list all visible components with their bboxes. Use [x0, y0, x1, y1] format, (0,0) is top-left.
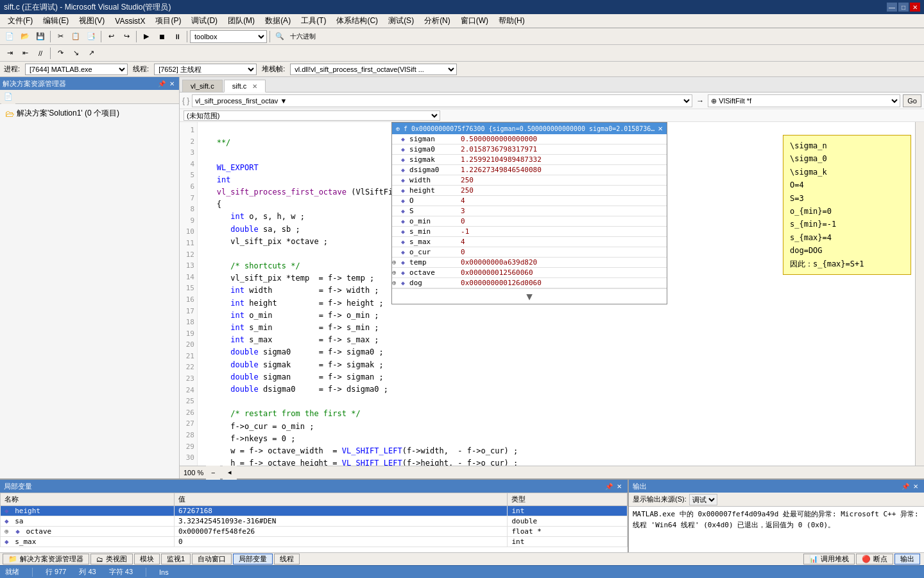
tip-line-3: \sigma_k [790, 166, 904, 179]
editor-scrollbar-v[interactable] [915, 122, 924, 466]
thread-combo[interactable]: [7652] 主线程 [154, 64, 257, 75]
go-button[interactable]: Go [903, 94, 921, 107]
stack-combo[interactable]: vl.dll!vl_sift_process_first_octave(VlSi… [290, 64, 457, 75]
hex-button[interactable]: 十六进制 [288, 30, 318, 44]
output-source-combo[interactable]: 调试 [689, 494, 717, 505]
open-button[interactable]: 📂 [18, 30, 32, 44]
zoom-bar: 100 % − ◂ [180, 466, 924, 478]
locals-octave-name: ⊕ ◆ octave [1, 527, 175, 537]
expand-dog[interactable]: ⊕ [392, 279, 401, 287]
copy-button[interactable]: 📋 [69, 30, 83, 44]
range-combo[interactable]: (未知范围) [184, 110, 440, 121]
val-width: 250 [458, 175, 667, 185]
tab-vl-sift[interactable]: vl_sift.c [182, 80, 223, 92]
process-combo[interactable]: [7644] MATLAB.exe [25, 64, 128, 75]
btab-locals[interactable]: 局部变量 [233, 554, 273, 565]
close-button[interactable]: ✕ [910, 3, 920, 12]
menu-project[interactable]: 项目(P) [150, 14, 186, 28]
se-new-button[interactable]: 📄 [1, 90, 15, 104]
debug-row-height: ◆ height 250 [392, 186, 667, 196]
locals-close[interactable]: ✕ [615, 482, 624, 491]
zoom-decrease[interactable]: − [206, 466, 220, 480]
locals-row-smax[interactable]: ◆ s_max 0 int [1, 537, 628, 547]
cut-button[interactable]: ✂ [53, 30, 67, 44]
menu-vassistx[interactable]: VAssistX [110, 15, 150, 27]
debug-popup-close[interactable]: ✕ [657, 124, 663, 133]
output-close[interactable]: ✕ [911, 482, 920, 491]
locals-row-sa[interactable]: ◆ sa 3.323425451093e-316#DEN double [1, 516, 628, 527]
debug-stop[interactable]: ⏹ [155, 30, 169, 44]
menu-view[interactable]: 视图(V) [74, 14, 110, 28]
debug-icon-octave: ◆ [401, 269, 405, 276]
se-icon: 📁 [8, 555, 17, 563]
new-button[interactable]: 📄 [3, 30, 17, 44]
scope-combo1[interactable]: vl_sift_process_first_octav ▼ [192, 94, 692, 107]
btab-output[interactable]: 输出 [894, 554, 920, 565]
menu-data[interactable]: 数据(A) [260, 14, 296, 28]
expand-btn-octave[interactable]: ⊕ [4, 527, 9, 536]
se-pin-button[interactable]: 📌 [157, 79, 166, 88]
status-mode: Ins [159, 568, 169, 576]
menu-analyze[interactable]: 分析(N) [419, 14, 456, 28]
scope-combo2[interactable]: ⊕ VlSiftFilt *f [708, 94, 900, 107]
minimize-button[interactable]: — [887, 3, 897, 12]
var-sigmak: sigmak [407, 155, 458, 164]
menu-edit[interactable]: 编辑(E) [38, 14, 74, 28]
menu-tools[interactable]: 工具(T) [296, 14, 331, 28]
var-O: O [407, 196, 458, 206]
expand-octave[interactable]: ⊕ [392, 268, 401, 277]
output-text: MATLAB.exe 中的 0x000007fef4d09a49d 处最可能的异… [629, 507, 924, 552]
var-smax: s_max [407, 237, 458, 247]
step-over[interactable]: ↷ [53, 46, 67, 60]
btab-watch1[interactable]: 监视1 [161, 554, 191, 565]
menu-file[interactable]: 文件(F) [3, 14, 38, 28]
save-button[interactable]: 💾 [33, 30, 47, 44]
menu-arch[interactable]: 体系结构(C) [331, 14, 383, 28]
btab-breakpoints[interactable]: 🔴 断点 [856, 554, 893, 565]
menu-team[interactable]: 团队(M) [223, 14, 260, 28]
se-solution-item[interactable]: 🗁 解决方案'Solution1' (0 个项目) [3, 107, 176, 120]
menu-test[interactable]: 测试(S) [383, 14, 419, 28]
tab-sift-c[interactable]: sift.c ✕ [224, 80, 266, 92]
debug-start[interactable]: ▶ [139, 30, 153, 44]
btab-class-view[interactable]: 🗂 类视图 [90, 554, 133, 565]
redo-button[interactable]: ↪ [119, 30, 133, 44]
find-button[interactable]: 🔍 [273, 30, 287, 44]
arrow-icon: → [696, 96, 704, 105]
output-pin[interactable]: 📌 [901, 482, 910, 491]
tab-close-icon[interactable]: ✕ [252, 83, 257, 90]
comment-button[interactable]: // [33, 46, 47, 60]
menu-help[interactable]: 帮助(H) [493, 14, 530, 28]
zoom-marker[interactable]: ◂ [223, 466, 237, 480]
btab-threads[interactable]: 线程 [274, 554, 300, 565]
debug-pause[interactable]: ⏸ [170, 30, 184, 44]
locals-pin[interactable]: 📌 [604, 482, 613, 491]
step-into[interactable]: ↘ [69, 46, 83, 60]
indent-button[interactable]: ⇥ [3, 46, 17, 60]
se-close-button[interactable]: ✕ [167, 79, 176, 88]
menu-debug[interactable]: 调试(D) [186, 14, 223, 28]
btab-callstack[interactable]: 📊 调用堆栈 [803, 554, 855, 565]
var-sigma0: sigma0 [407, 144, 458, 154]
debug-icon-ocur: ◆ [401, 249, 405, 256]
locals-row-height[interactable]: ◆ height 67267168 int [1, 506, 628, 516]
toolbox-search[interactable]: toolbox [190, 30, 267, 43]
paste-button[interactable]: 📑 [84, 30, 98, 44]
btab-solution-explorer[interactable]: 📁 解决方案资源管理器 [3, 554, 89, 565]
undo-button[interactable]: ↩ [104, 30, 118, 44]
step-out[interactable]: ↗ [84, 46, 98, 60]
code-editor[interactable]: 1234567891011121314151617181920212223242… [180, 122, 924, 466]
val-temp: 0x00000000a639d820 [458, 258, 667, 267]
debug-row-temp: ⊕ ◆ temp 0x00000000a639d820 [392, 258, 667, 268]
menu-window[interactable]: 窗口(W) [456, 14, 493, 28]
outdent-button[interactable]: ⇤ [18, 46, 32, 60]
btab-auto[interactable]: 自动窗口 [192, 554, 232, 565]
locals-row-octave[interactable]: ⊕ ◆ octave 0x000007fef548fe26 float * [1, 527, 628, 537]
expand-temp[interactable]: ⊕ [392, 258, 401, 267]
brace-icon: { } [182, 96, 189, 105]
maximize-button[interactable]: □ [898, 3, 909, 12]
btab-modules[interactable]: 模块 [134, 554, 160, 565]
locals-titlebar: 局部变量 📌 ✕ [0, 480, 628, 493]
val-sigma0: 2.0158736798317971 [458, 144, 667, 154]
locals-table: 名称 值 类型 ◆ height 67267168 int [0, 493, 628, 552]
